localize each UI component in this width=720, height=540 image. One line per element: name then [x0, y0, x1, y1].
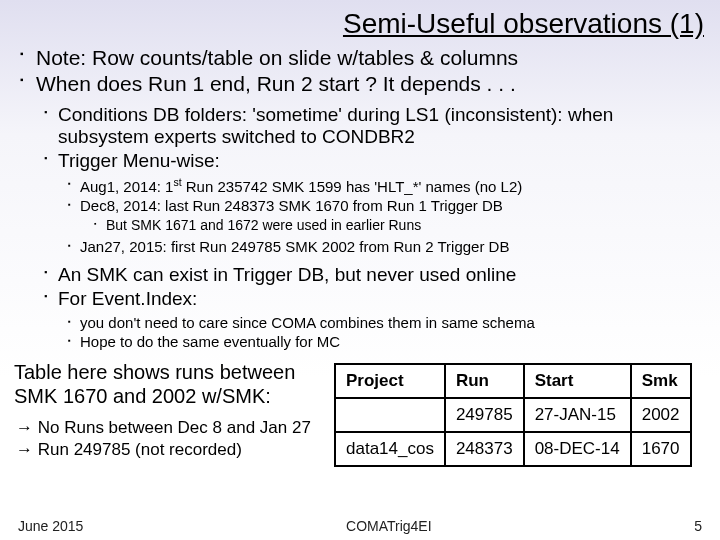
bullet-item: Jan27, 2015: first Run 249785 SMK 2002 f… [14, 238, 706, 256]
cell-run: 249785 [445, 398, 524, 432]
cell-smk: 1670 [631, 432, 691, 466]
bullet-item: Trigger Menu-wise: [14, 150, 706, 172]
bullet-item: When does Run 1 end, Run 2 start ? It de… [14, 72, 706, 96]
bullet-item: Aug1, 2014: 1st Run 235742 SMK 1599 has … [14, 176, 706, 196]
slide-title: Semi-Useful observations (1) [0, 0, 720, 46]
bullet-item: Conditions DB folders: 'sometime' during… [14, 104, 706, 148]
arrow-item: No Runs between Dec 8 and Jan 27 [14, 418, 324, 438]
lower-section: Table here shows runs between SMK 1670 a… [14, 361, 706, 467]
bullet-item: But SMK 1671 and 1672 were used in earli… [14, 217, 706, 235]
cell-start: 27-JAN-15 [524, 398, 631, 432]
arrow-list: No Runs between Dec 8 and Jan 27 Run 249… [14, 418, 324, 460]
col-start: Start [524, 364, 631, 398]
col-smk: Smk [631, 364, 691, 398]
bullet-level-3: you don't need to care since COMA combin… [14, 314, 706, 351]
arrow-item: Run 249785 (not recorded) [14, 440, 324, 460]
cell-run: 248373 [445, 432, 524, 466]
footer-date: June 2015 [18, 518, 83, 534]
bullet-item: Hope to do the same eventually for MC [14, 333, 706, 351]
footer-title: COMATrig4EI [346, 518, 432, 534]
table-row: 249785 27-JAN-15 2002 [335, 398, 691, 432]
runs-table: Project Run Start Smk 249785 27-JAN-15 2… [334, 363, 692, 467]
col-run: Run [445, 364, 524, 398]
bullet-level-3: Aug1, 2014: 1st Run 235742 SMK 1599 has … [14, 176, 706, 215]
lower-left: Table here shows runs between SMK 1670 a… [14, 361, 324, 467]
bullet-item: Note: Row counts/table on slide w/tables… [14, 46, 706, 70]
bullet-item: An SMK can exist in Trigger DB, but neve… [14, 264, 706, 286]
cell-project: data14_cos [335, 432, 445, 466]
cell-smk: 2002 [631, 398, 691, 432]
lower-right: Project Run Start Smk 249785 27-JAN-15 2… [324, 361, 692, 467]
cell-project [335, 398, 445, 432]
cell-start: 08-DEC-14 [524, 432, 631, 466]
slide-content: Note: Row counts/table on slide w/tables… [0, 46, 720, 467]
bullet-level-1: Note: Row counts/table on slide w/tables… [14, 46, 706, 96]
bullet-level-4: But SMK 1671 and 1672 were used in earli… [14, 217, 706, 235]
slide-number: 5 [694, 518, 702, 534]
table-row: data14_cos 248373 08-DEC-14 1670 [335, 432, 691, 466]
bullet-level-2: Conditions DB folders: 'sometime' during… [14, 104, 706, 172]
bullet-item: you don't need to care since COMA combin… [14, 314, 706, 332]
bullet-level-3: Jan27, 2015: first Run 249785 SMK 2002 f… [14, 238, 706, 256]
bullet-item: For Event.Index: [14, 288, 706, 310]
table-caption: Table here shows runs between SMK 1670 a… [14, 361, 324, 408]
table-header-row: Project Run Start Smk [335, 364, 691, 398]
footer: June 2015 COMATrig4EI 5 [0, 518, 720, 534]
bullet-level-2: An SMK can exist in Trigger DB, but neve… [14, 264, 706, 310]
bullet-item: Dec8, 2014: last Run 248373 SMK 1670 fro… [14, 197, 706, 215]
col-project: Project [335, 364, 445, 398]
